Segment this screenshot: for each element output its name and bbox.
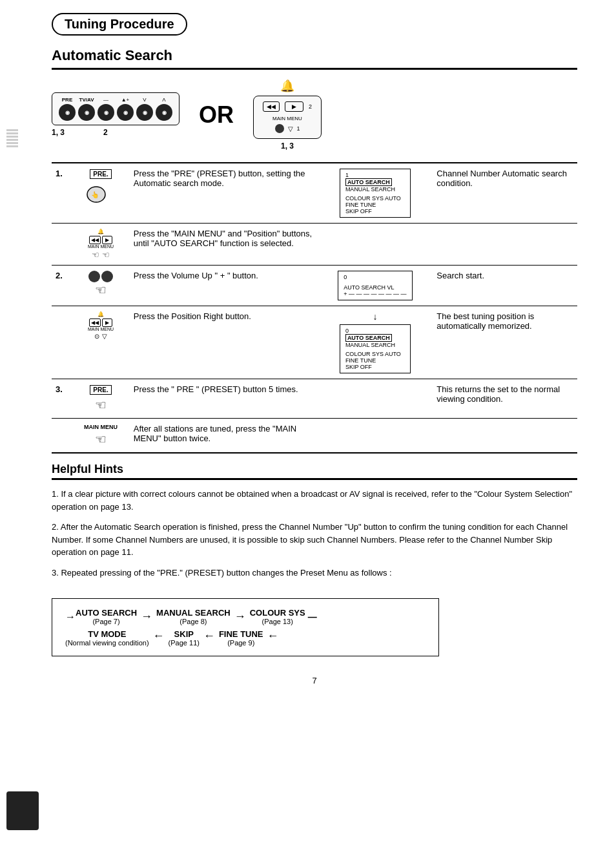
flow-auto-search-sub: (Page 7) bbox=[92, 618, 119, 625]
steps-table: 1. PRE. 👆 Press the "PRE" (PRESET) butto… bbox=[52, 162, 577, 454]
screen-box-2: 0 AUTO SEARCH VL + — — — — — — — — bbox=[338, 271, 412, 300]
hint-3: Repeated pressing of the "PRE." (PRESET)… bbox=[52, 567, 577, 579]
btn-v: ◉ bbox=[136, 104, 153, 121]
bell-icon: 🔔 bbox=[280, 79, 294, 93]
flow-tvmode-label: TV MODE bbox=[88, 629, 126, 639]
btn-pre-label: PRE bbox=[62, 97, 72, 103]
step-screen-2: 0 AUTO SEARCH VL + — — — — — — — — bbox=[317, 266, 433, 306]
step-desc-2b: Press the Position Right button. bbox=[130, 306, 318, 379]
pos-circle-row: ⊙ ▽ bbox=[76, 333, 125, 340]
bottom-decoration bbox=[6, 791, 39, 830]
flow-skip-sub: (Page 11) bbox=[169, 639, 200, 647]
remote-right-bottom-label: 1, 3 bbox=[281, 141, 294, 151]
flow-arrow-1: → bbox=[141, 610, 152, 623]
auto-search-2b: AUTO SEARCH bbox=[345, 334, 392, 342]
hand-icon-3b: ☜ bbox=[76, 432, 125, 447]
step-result-2b: The best tuning position is automaticall… bbox=[433, 306, 577, 379]
table-row: 🔔 ◀◀ ▶ MAIN MENU ☜ ☜ Press the "MAIN MEN… bbox=[52, 224, 577, 266]
step-result-2: Search start. bbox=[433, 266, 577, 306]
step-num-1: 1. bbox=[52, 163, 72, 224]
flow-finetune-label: FINE TUNE bbox=[219, 629, 263, 639]
flow-item-tvmode: TV MODE (Normal viewing condition) bbox=[65, 629, 149, 647]
page-title: Tuning Procedure bbox=[52, 13, 187, 36]
btn-a: ◉ bbox=[156, 104, 172, 121]
hint-1: If a clear picture with correct colours … bbox=[52, 488, 577, 513]
pos-btn2: ▶ bbox=[102, 318, 112, 327]
step-screen-1b bbox=[317, 224, 433, 266]
helpful-hints-heading: Helpful Hints bbox=[52, 463, 577, 480]
flow-manual-search-sub: (Page 8) bbox=[180, 618, 207, 625]
remote-left: PRE ◉ TV/AV ◉ — ◉ ▲+ ◉ V ◉ Λ ◉ bbox=[52, 92, 180, 137]
manual-search-line: MANUAL SEARCH bbox=[345, 186, 405, 193]
flow-right-down: — bbox=[308, 612, 317, 622]
flow-item-skip: SKIP (Page 11) bbox=[169, 629, 200, 647]
step-result-1: Channel Number Automatic search conditio… bbox=[433, 163, 577, 224]
down-arrow: ↓ bbox=[321, 311, 429, 322]
bell-icon-small: 🔔 bbox=[76, 229, 125, 235]
rr-btn-left: ◀◀ bbox=[263, 101, 280, 112]
remote-right: 🔔 ◀◀ ▶ 2 MAIN MENU ▽ 1 1, 3 bbox=[253, 79, 322, 151]
pos-menu-icons: ◀◀ ▶ bbox=[76, 318, 125, 327]
step-num-1b bbox=[52, 224, 72, 266]
flow-colour-sub: (Page 13) bbox=[262, 618, 293, 625]
table-row: 🔔 ◀◀ ▶ MAIN MENU ⊙ ▽ Press the Position … bbox=[52, 306, 577, 379]
btn-plus: ◉ bbox=[117, 104, 134, 121]
flow-colour-label: COLOUR SYS bbox=[250, 608, 305, 618]
remote-buttons-row: PRE ◉ TV/AV ◉ — ◉ ▲+ ◉ V ◉ Λ ◉ bbox=[52, 92, 180, 125]
btn-tvav-label: TV/AV bbox=[79, 97, 94, 103]
btn-a-label: Λ bbox=[162, 97, 165, 103]
vol-btn-plus bbox=[101, 271, 113, 282]
or-text: OR bbox=[199, 101, 234, 129]
step-num-2b bbox=[52, 306, 72, 379]
btn-v-label: V bbox=[143, 97, 146, 103]
step-result-3b bbox=[433, 419, 577, 454]
rr-arrow-down: ▽ bbox=[288, 125, 293, 132]
pos-btn1: ◀◀ bbox=[89, 318, 101, 327]
table-row: 3. PRE. ☜ Press the " PRE " (PRESET) but… bbox=[52, 379, 577, 419]
label-2: 2 bbox=[103, 128, 108, 137]
hand-icons-row: ☜ ☜ bbox=[76, 250, 125, 260]
main-menu-label: MAIN MENU bbox=[272, 116, 302, 121]
flow-arrow-start: → bbox=[65, 611, 76, 623]
hand-icon-2: ☜ bbox=[76, 282, 125, 298]
step-desc-2: Press the Volume Up " + " button. bbox=[130, 266, 318, 306]
flow-arrow-2: → bbox=[234, 610, 246, 623]
step-icon-2b: 🔔 ◀◀ ▶ MAIN MENU ⊙ ▽ bbox=[72, 306, 129, 379]
table-row: 1. PRE. 👆 Press the "PRE" (PRESET) butto… bbox=[52, 163, 577, 224]
side-decoration bbox=[6, 129, 18, 147]
step-num-3b bbox=[52, 419, 72, 454]
step-icon-3: PRE. ☜ bbox=[72, 379, 129, 419]
fine-tune-line: FINE TUNE bbox=[345, 202, 405, 208]
vol-btn-minus bbox=[88, 271, 100, 282]
flow-skip-label: SKIP bbox=[174, 629, 194, 639]
mm-btn1: ◀◀ bbox=[89, 236, 101, 244]
hint-2: After the Automatic Search operation is … bbox=[52, 521, 577, 559]
main-menu-label-3b: MAIN MENU bbox=[76, 424, 125, 430]
label-1-3: 1, 3 bbox=[52, 128, 65, 137]
step-result-3: This returns the set to the normal viewi… bbox=[433, 379, 577, 419]
hand-icon-1: 👆 bbox=[76, 182, 125, 209]
rr-circle-left bbox=[275, 124, 284, 133]
flow-row-1: → AUTO SEARCH (Page 7) → MANUAL SEARCH (… bbox=[65, 608, 426, 625]
flow-auto-search-label: AUTO SEARCH bbox=[76, 608, 137, 618]
pos-circle: ⊙ bbox=[94, 333, 99, 340]
step-result-1b bbox=[433, 224, 577, 266]
step-icon-1: PRE. 👆 bbox=[72, 163, 129, 224]
bell-icon-2b: 🔔 bbox=[76, 311, 125, 317]
flow-diagram: → AUTO SEARCH (Page 7) → MANUAL SEARCH (… bbox=[52, 598, 439, 656]
colour-sys-line: COLOUR SYS AUTO bbox=[345, 195, 405, 202]
step-icon-2: ☜ bbox=[72, 266, 129, 306]
flow-arrow-3: ← bbox=[153, 629, 165, 643]
step-num-2: 2. bbox=[52, 266, 72, 306]
page-number: 7 bbox=[52, 676, 577, 685]
fine-tune-2b: FINE TUNE bbox=[345, 357, 405, 364]
table-row: 2. ☜ Press the Volume Up " + " button. 0… bbox=[52, 266, 577, 306]
remote-bottom-labels: 1, 3 2 bbox=[52, 128, 108, 137]
table-row: MAIN MENU ☜ After all stations are tuned… bbox=[52, 419, 577, 454]
rr-btn-right: ▶ bbox=[285, 101, 303, 112]
pos-arrow: ▽ bbox=[102, 333, 107, 340]
flow-row-2: TV MODE (Normal viewing condition) ← SKI… bbox=[65, 629, 426, 647]
flow-item-manual: MANUAL SEARCH (Page 8) bbox=[156, 608, 231, 625]
top-divider bbox=[52, 68, 577, 70]
flow-item-colour: COLOUR SYS (Page 13) bbox=[250, 608, 305, 625]
